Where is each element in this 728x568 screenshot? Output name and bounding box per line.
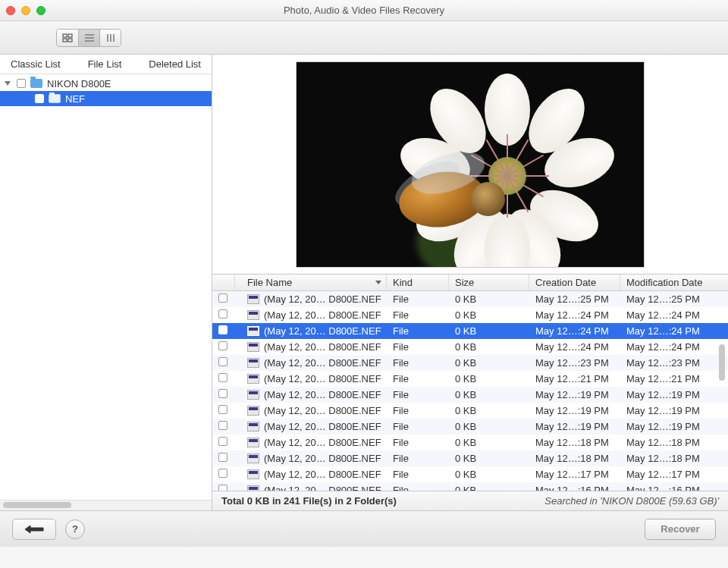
col-size[interactable]: Size [449, 275, 529, 290]
minimize-icon[interactable] [21, 6, 30, 15]
table-row[interactable]: (May 12, 20… D800E.NEFFile0 KBMay 12…:25… [212, 291, 728, 307]
sidebar-scrollbar[interactable] [0, 500, 212, 510]
recover-button[interactable]: Recover [645, 519, 716, 540]
row-checkbox[interactable] [218, 469, 228, 478]
file-thumbnail-icon [247, 374, 259, 384]
view-icons-button[interactable] [57, 30, 78, 46]
file-modification-date: May 12…:19 PM [620, 421, 711, 432]
col-name[interactable]: File Name [235, 275, 387, 290]
table-row[interactable]: (May 12, 20… D800E.NEFFile0 KBMay 12…:16… [212, 482, 728, 491]
table-body: (May 12, 20… D800E.NEFFile0 KBMay 12…:25… [212, 291, 728, 491]
file-name: (May 12, 20… D800E.NEF [264, 293, 381, 305]
file-kind: File [387, 341, 449, 353]
back-button[interactable] [12, 519, 56, 540]
file-name: (May 12, 20… D800E.NEF [264, 389, 381, 400]
sidebar-tabs: Classic List File List Deleted List [0, 55, 212, 74]
svg-rect-3 [68, 39, 72, 42]
file-creation-date: May 12…:24 PM [529, 341, 620, 353]
file-modification-date: May 12…:25 PM [620, 293, 711, 305]
tree-row-nef[interactable]: NEF [0, 91, 212, 106]
row-checkbox[interactable] [218, 309, 228, 319]
tree-row-device[interactable]: NIKON D800E [0, 76, 212, 91]
svg-rect-1 [68, 34, 72, 37]
tree-checkbox[interactable] [17, 79, 26, 88]
view-columns-button[interactable] [99, 30, 121, 46]
view-list-button[interactable] [78, 30, 99, 46]
file-thumbnail-icon [247, 485, 259, 491]
row-checkbox[interactable] [218, 341, 228, 350]
window-title: Photo, Audio & Video Files Recovery [0, 5, 728, 16]
table-header: File Name Kind Size Creation Date Modifi… [212, 275, 728, 291]
file-modification-date: May 12…:18 PM [620, 437, 711, 448]
folder-tree: NIKON D800E NEF [0, 74, 212, 500]
file-thumbnail-icon [247, 326, 259, 336]
table-row[interactable]: (May 12, 20… D800E.NEFFile0 KBMay 12…:19… [212, 387, 728, 403]
file-kind: File [387, 453, 449, 464]
table-row[interactable]: (May 12, 20… D800E.NEFFile0 KBMay 12…:24… [212, 323, 728, 339]
file-modification-date: May 12…:16 PM [620, 485, 711, 491]
table-row[interactable]: (May 12, 20… D800E.NEFFile0 KBMay 12…:18… [212, 450, 728, 466]
file-creation-date: May 12…:21 PM [529, 373, 620, 384]
view-mode-group [56, 29, 121, 47]
tab-file-list[interactable]: File List [88, 58, 122, 70]
main-area: Classic List File List Deleted List NIKO… [0, 55, 728, 510]
content-area: File Name Kind Size Creation Date Modifi… [212, 55, 728, 510]
col-kind[interactable]: Kind [387, 275, 449, 290]
table-row[interactable]: (May 12, 20… D800E.NEFFile0 KBMay 12…:24… [212, 307, 728, 323]
tree-checkbox[interactable] [35, 94, 44, 103]
tree-label: NEF [65, 93, 85, 105]
svg-rect-2 [63, 39, 67, 42]
row-checkbox[interactable] [218, 357, 228, 366]
row-checkbox[interactable] [218, 293, 228, 303]
file-kind: File [387, 309, 449, 321]
row-checkbox[interactable] [218, 453, 228, 462]
arrow-left-icon [24, 525, 44, 534]
file-thumbnail-icon [247, 294, 259, 304]
table-row[interactable]: (May 12, 20… D800E.NEFFile0 KBMay 12…:17… [212, 466, 728, 482]
file-creation-date: May 12…:24 PM [529, 325, 620, 337]
table-row[interactable]: (May 12, 20… D800E.NEFFile0 KBMay 12…:24… [212, 339, 728, 355]
svg-rect-0 [63, 34, 67, 37]
row-checkbox[interactable] [218, 389, 228, 398]
tab-deleted-list[interactable]: Deleted List [149, 58, 201, 70]
table-row[interactable]: (May 12, 20… D800E.NEFFile0 KBMay 12…:19… [212, 403, 728, 419]
file-kind: File [387, 357, 449, 369]
disclosure-triangle-icon[interactable] [5, 81, 11, 86]
file-creation-date: May 12…:18 PM [529, 453, 620, 464]
file-modification-date: May 12…:19 PM [620, 405, 711, 416]
col-check[interactable] [212, 275, 235, 290]
file-name: (May 12, 20… D800E.NEF [264, 437, 381, 448]
row-checkbox[interactable] [218, 373, 228, 382]
row-checkbox[interactable] [218, 325, 228, 334]
close-icon[interactable] [6, 6, 15, 15]
table-row[interactable]: (May 12, 20… D800E.NEFFile0 KBMay 12…:18… [212, 435, 728, 450]
file-size: 0 KB [449, 485, 529, 491]
footer: ? Recover [0, 510, 728, 547]
col-modification-date[interactable]: Modification Date [620, 275, 711, 290]
table-row[interactable]: (May 12, 20… D800E.NEFFile0 KBMay 12…:23… [212, 355, 728, 371]
grid-icon [62, 33, 73, 42]
row-checkbox[interactable] [218, 421, 228, 430]
file-name: (May 12, 20… D800E.NEF [264, 357, 381, 369]
file-kind: File [387, 293, 449, 305]
file-name: (May 12, 20… D800E.NEF [264, 453, 381, 464]
table-row[interactable]: (May 12, 20… D800E.NEFFile0 KBMay 12…:19… [212, 419, 728, 435]
tab-classic-list[interactable]: Classic List [11, 58, 61, 70]
row-checkbox[interactable] [218, 485, 228, 491]
preview-image [296, 61, 645, 268]
row-checkbox[interactable] [218, 405, 228, 414]
file-name: (May 12, 20… D800E.NEF [264, 421, 381, 432]
file-kind: File [387, 325, 449, 337]
file-creation-date: May 12…:24 PM [529, 309, 620, 321]
help-button[interactable]: ? [65, 519, 85, 539]
table-scrollbar[interactable] [719, 344, 726, 491]
file-kind: File [387, 389, 449, 400]
file-name: (May 12, 20… D800E.NEF [264, 341, 381, 353]
table-row[interactable]: (May 12, 20… D800E.NEFFile0 KBMay 12…:21… [212, 371, 728, 387]
col-creation-date[interactable]: Creation Date [529, 275, 620, 290]
zoom-icon[interactable] [36, 6, 46, 15]
status-searched: Searched in 'NIKON D800E (59.63 GB)' [544, 495, 719, 507]
file-size: 0 KB [449, 405, 529, 416]
row-checkbox[interactable] [218, 437, 228, 446]
file-thumbnail-icon [247, 358, 259, 368]
